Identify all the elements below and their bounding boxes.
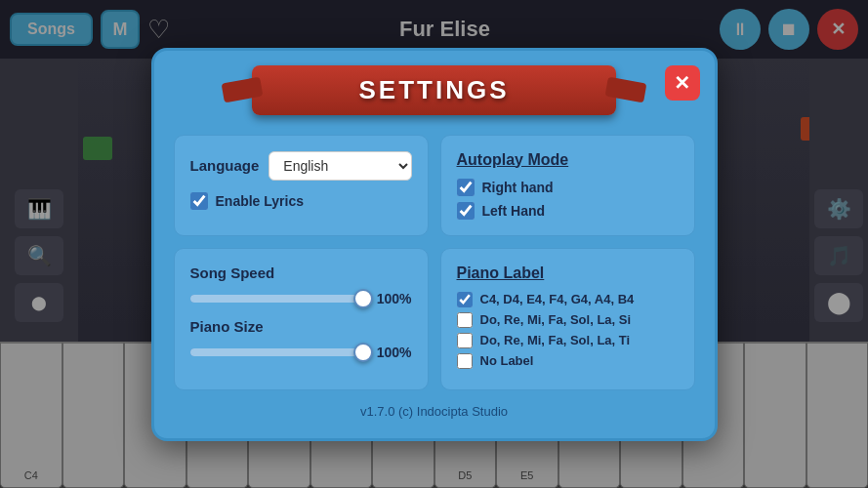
label-option1-label: C4, D4, E4, F4, G4, A4, B4 [480, 292, 635, 306]
label-option4-checkbox[interactable] [457, 353, 473, 369]
language-label: Language [190, 157, 260, 174]
language-row: Language English [190, 151, 412, 181]
label-option1-row: C4, D4, E4, F4, G4, A4, B4 [457, 292, 679, 307]
settings-grid: Language English Enable Lyrics Autoplay … [174, 135, 695, 390]
modal-overlay: ✕ SETTINGS Language English Enable Lyric… [0, 0, 868, 488]
song-speed-label: Song Speed [190, 264, 412, 281]
song-speed-value: 100% [373, 291, 412, 306]
language-panel: Language English Enable Lyrics [174, 135, 429, 236]
right-hand-label: Right hand [482, 180, 554, 195]
label-option2-label: Do, Re, Mi, Fa, Sol, La, Si [480, 312, 632, 327]
song-speed-thumb[interactable] [353, 289, 373, 308]
right-hand-checkbox[interactable] [457, 179, 475, 196]
label-option3-checkbox[interactable] [457, 333, 473, 348]
language-select[interactable]: English [269, 151, 411, 181]
song-speed-track [190, 295, 363, 303]
label-option3-row: Do, Re, Mi, Fa, Sol, La, Ti [457, 333, 679, 348]
settings-title-ribbon: SETTINGS [252, 65, 617, 115]
piano-size-value: 100% [373, 345, 412, 360]
song-speed-fill [190, 295, 363, 303]
piano-size-track [190, 348, 363, 356]
label-option4-label: No Label [480, 353, 534, 368]
settings-dialog: ✕ SETTINGS Language English Enable Lyric… [151, 48, 718, 441]
right-hand-row: Right hand [457, 179, 679, 196]
speed-panel: Song Speed 100% Piano Size 100% [174, 248, 429, 390]
dialog-close-button[interactable]: ✕ [665, 65, 700, 101]
enable-lyrics-checkbox[interactable] [190, 192, 208, 210]
song-speed-slider-row: 100% [190, 291, 412, 306]
version-text: v1.7.0 (c) Indocipta Studio [174, 404, 695, 419]
enable-lyrics-row: Enable Lyrics [190, 192, 412, 210]
piano-label-panel: Piano Label C4, D4, E4, F4, G4, A4, B4 D… [440, 248, 695, 390]
label-option4-row: No Label [457, 353, 679, 369]
piano-size-slider-row: 100% [190, 345, 412, 360]
piano-size-label: Piano Size [190, 318, 412, 335]
settings-title: SETTINGS [358, 75, 509, 104]
left-hand-row: Left Hand [457, 202, 679, 220]
left-hand-label: Left Hand [482, 203, 546, 219]
label-option2-row: Do, Re, Mi, Fa, Sol, La, Si [457, 312, 679, 328]
autoplay-panel: Autoplay Mode Right hand Left Hand [440, 135, 695, 236]
piano-size-thumb[interactable] [353, 343, 373, 362]
autoplay-title[interactable]: Autoplay Mode [457, 151, 679, 169]
label-option2-checkbox[interactable] [457, 312, 473, 328]
enable-lyrics-label: Enable Lyrics [216, 193, 305, 209]
left-hand-checkbox[interactable] [457, 202, 475, 220]
piano-label-title[interactable]: Piano Label [457, 264, 679, 282]
piano-size-fill [190, 348, 363, 356]
label-option3-label: Do, Re, Mi, Fa, Sol, La, Ti [480, 333, 631, 347]
label-option1-checkbox[interactable] [457, 292, 473, 307]
